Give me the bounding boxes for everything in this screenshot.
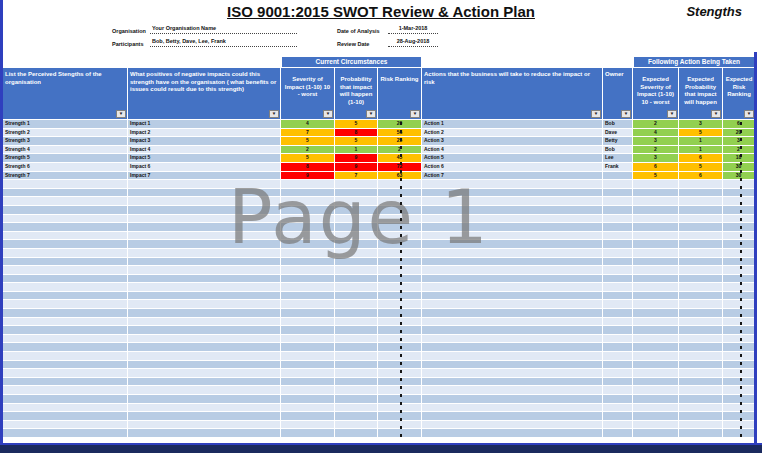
cell[interactable] <box>281 275 335 284</box>
cell[interactable] <box>633 343 679 352</box>
cell[interactable] <box>723 215 755 224</box>
cell[interactable]: 6 <box>723 120 755 129</box>
cell[interactable]: 3 <box>723 137 755 146</box>
cell[interactable] <box>633 240 679 249</box>
cell[interactable] <box>603 232 633 241</box>
cell[interactable]: 9 <box>335 154 378 163</box>
cell[interactable] <box>723 292 755 301</box>
cell[interactable] <box>723 421 755 430</box>
cell[interactable] <box>335 189 378 198</box>
cell[interactable] <box>3 180 128 189</box>
cell[interactable]: 2 <box>281 146 335 155</box>
cell[interactable] <box>335 412 378 421</box>
cell[interactable] <box>603 386 633 395</box>
cell[interactable] <box>422 309 603 318</box>
filter-dropdown-icon[interactable]: ▼ <box>711 110 721 118</box>
cell[interactable] <box>422 343 603 352</box>
cell[interactable] <box>281 206 335 215</box>
cell[interactable] <box>723 429 755 438</box>
cell[interactable] <box>3 300 128 309</box>
cell[interactable] <box>679 240 723 249</box>
cell[interactable] <box>128 180 281 189</box>
cell[interactable]: Action 6 <box>422 163 603 172</box>
cell[interactable]: 2 <box>723 146 755 155</box>
cell[interactable]: Action 1 <box>422 120 603 129</box>
cell[interactable]: Strength 2 <box>3 129 128 138</box>
cell[interactable] <box>335 352 378 361</box>
cell[interactable] <box>335 300 378 309</box>
cell[interactable]: 6 <box>633 163 679 172</box>
cell[interactable] <box>422 369 603 378</box>
cell[interactable] <box>281 326 335 335</box>
cell[interactable] <box>679 326 723 335</box>
cell[interactable] <box>679 335 723 344</box>
cell[interactable] <box>335 223 378 232</box>
cell[interactable] <box>679 232 723 241</box>
cell[interactable] <box>3 240 128 249</box>
cell[interactable] <box>3 249 128 258</box>
cell[interactable] <box>679 180 723 189</box>
cell[interactable]: 18 <box>723 154 755 163</box>
cell[interactable]: Strength 4 <box>3 146 128 155</box>
cell[interactable] <box>281 180 335 189</box>
cell[interactable]: Impact 7 <box>128 172 281 181</box>
cell[interactable] <box>335 197 378 206</box>
cell[interactable] <box>679 421 723 430</box>
filter-dropdown-icon[interactable]: ▼ <box>621 110 631 118</box>
cell[interactable] <box>633 283 679 292</box>
cell[interactable] <box>422 266 603 275</box>
cell[interactable] <box>128 232 281 241</box>
cell[interactable] <box>723 335 755 344</box>
cell[interactable] <box>335 258 378 267</box>
cell[interactable] <box>723 266 755 275</box>
cell[interactable] <box>603 412 633 421</box>
cell[interactable] <box>3 223 128 232</box>
cell[interactable] <box>3 309 128 318</box>
cell[interactable] <box>723 275 755 284</box>
cell[interactable] <box>723 197 755 206</box>
cell[interactable] <box>633 223 679 232</box>
cell[interactable] <box>422 395 603 404</box>
cell[interactable] <box>128 223 281 232</box>
cell[interactable] <box>3 395 128 404</box>
cell[interactable] <box>603 326 633 335</box>
cell[interactable] <box>723 232 755 241</box>
cell[interactable]: 5 <box>679 129 723 138</box>
cell[interactable] <box>603 283 633 292</box>
cell[interactable] <box>633 361 679 370</box>
filter-dropdown-icon[interactable]: ▼ <box>323 110 333 118</box>
cell[interactable]: 7 <box>281 129 335 138</box>
cell[interactable] <box>281 283 335 292</box>
cell[interactable]: 1 <box>679 146 723 155</box>
cell[interactable] <box>679 292 723 301</box>
cell[interactable] <box>603 197 633 206</box>
cell[interactable] <box>603 369 633 378</box>
cell[interactable] <box>128 429 281 438</box>
cell[interactable] <box>422 206 603 215</box>
cell[interactable] <box>679 309 723 318</box>
cell[interactable] <box>633 232 679 241</box>
cell[interactable] <box>128 335 281 344</box>
cell[interactable] <box>128 197 281 206</box>
cell[interactable] <box>128 240 281 249</box>
cell[interactable] <box>679 386 723 395</box>
cell[interactable] <box>335 240 378 249</box>
cell[interactable] <box>335 343 378 352</box>
cell[interactable] <box>633 266 679 275</box>
filter-dropdown-icon[interactable]: ▼ <box>744 110 754 118</box>
cell[interactable] <box>335 249 378 258</box>
cell[interactable] <box>3 206 128 215</box>
cell[interactable] <box>335 378 378 387</box>
cell[interactable] <box>128 369 281 378</box>
cell[interactable] <box>679 283 723 292</box>
cell[interactable] <box>281 369 335 378</box>
cell[interactable] <box>679 206 723 215</box>
cell[interactable] <box>422 361 603 370</box>
cell[interactable] <box>723 206 755 215</box>
cell[interactable] <box>603 395 633 404</box>
cell[interactable] <box>128 361 281 370</box>
cell[interactable] <box>633 386 679 395</box>
cell[interactable] <box>603 343 633 352</box>
cell[interactable] <box>679 189 723 198</box>
cell[interactable] <box>3 266 128 275</box>
